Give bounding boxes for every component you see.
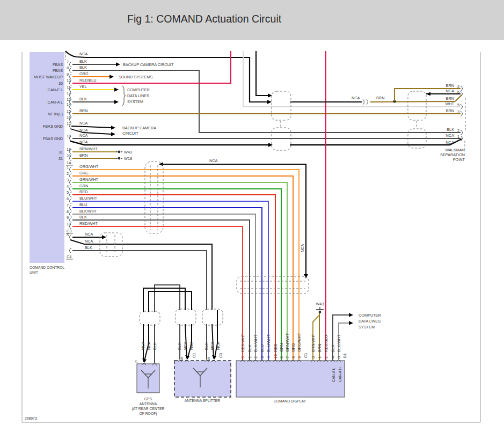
mid-nca-vertical-label: NCA (300, 244, 305, 252)
svg-text:1: 1 (67, 165, 69, 170)
svg-text:COMAND DISPLAY: COMAND DISPLAY (274, 399, 306, 403)
svg-text:ANTENNA SPLITTER: ANTENNA SPLITTER (185, 399, 221, 402)
svg-text:1: 1 (247, 356, 252, 358)
svg-text:FBAS GND: FBAS GND (43, 136, 63, 141)
svg-text:RED/WHT: RED/WHT (240, 333, 245, 352)
svg-text:5: 5 (457, 102, 459, 107)
svg-text:NCA: NCA (85, 232, 93, 237)
ground-w43-icon: W43 (116, 150, 132, 155)
svg-text:12: 12 (67, 91, 71, 96)
svg-text:BRN: BRN (79, 153, 87, 158)
svg-text:NCA: NCA (446, 140, 455, 145)
svg-text:4: 4 (331, 356, 335, 358)
svg-text:20: 20 (67, 153, 71, 158)
svg-text:W43: W43 (316, 302, 324, 306)
splice-line: NCA BRN (290, 89, 462, 105)
svg-text:8: 8 (337, 356, 341, 358)
connector-c4: C4 (67, 254, 71, 259)
svg-text:6: 6 (279, 356, 284, 358)
svg-text:BLK/WHT: BLK/WHT (337, 334, 341, 352)
svg-text:6: 6 (457, 90, 459, 94)
svg-text:W43: W43 (124, 150, 132, 155)
svg-text:GRN/WHT: GRN/WHT (285, 333, 290, 352)
svg-text:31: 31 (59, 156, 63, 161)
svg-text:3: 3 (311, 356, 316, 358)
svg-text:BLK: BLK (79, 215, 87, 219)
svg-text:SYSTEM: SYSTEM (359, 325, 375, 329)
svg-text:10: 10 (67, 222, 71, 226)
svg-text:ORG/WHT: ORG/WHT (79, 164, 99, 169)
svg-text:8: 8 (67, 65, 69, 70)
svg-text:19: 19 (67, 147, 71, 152)
svg-text:6: 6 (67, 196, 69, 201)
svg-text:C3: C3 (218, 353, 223, 358)
svg-text:BRN: BRN (79, 108, 87, 113)
svg-text:BRN: BRN (317, 344, 322, 352)
svg-text:1: 1 (317, 356, 322, 358)
svg-text:4: 4 (266, 356, 271, 358)
svg-text:NCA: NCA (141, 341, 145, 350)
svg-text:NCA: NCA (79, 133, 88, 138)
svg-text:SEPARATION: SEPARATION (440, 152, 465, 157)
connector-b1: B1 (342, 353, 347, 358)
svg-text:RED: RED (79, 189, 87, 194)
sound-systems-target: SOUND SYSTEMS (119, 75, 152, 79)
svg-text:BLK: BLK (177, 342, 182, 350)
diagram-ref-number: 298973 (25, 416, 37, 420)
svg-text:RED: RED (273, 344, 278, 352)
backup-camera-target: BACKUP CAMERA CIRCUIT (123, 62, 174, 67)
svg-text:BLK: BLK (85, 245, 92, 250)
svg-text:ORG: ORG (291, 343, 296, 352)
svg-text:BLK: BLK (447, 127, 454, 132)
svg-text:14: 14 (67, 102, 71, 107)
unit-top-wires (70, 51, 462, 158)
svg-text:RED/BLU: RED/BLU (324, 335, 328, 352)
svg-text:ORG/WHT: ORG/WHT (297, 333, 302, 352)
svg-text:BLK: BLK (152, 342, 157, 350)
svg-text:ORG: ORG (79, 171, 89, 175)
splice-nca-label: NCA (352, 96, 360, 100)
svg-text:NCA: NCA (147, 341, 151, 350)
svg-text:CAN-A H: CAN-A H (338, 367, 342, 382)
page: { "header": { "title": "Fig 1: COMAND Ac… (0, 0, 504, 440)
svg-text:POINT: POINT (453, 157, 465, 162)
svg-text:BRN/WHT: BRN/WHT (311, 333, 316, 352)
svg-text:NCA: NCA (189, 341, 194, 350)
svg-text:NCA: NCA (446, 89, 455, 93)
backup-camera-target-2: BACKUP CAMERA (122, 126, 156, 130)
mid-nca-label: NCA (209, 158, 218, 163)
svg-text:CIRCUIT: CIRCUIT (122, 131, 138, 136)
svg-text:4: 4 (457, 84, 459, 89)
svg-text:UNIT: UNIT (30, 270, 38, 274)
svg-text:COMPUTER: COMPUTER (127, 87, 150, 92)
svg-text:C1: C1 (192, 353, 196, 358)
svg-text:COMPUTER: COMPUTER (359, 313, 381, 318)
display-c1-labels: RED/WHT BLK BLK/WHT BLU BLU/WHT RED GRN … (240, 333, 309, 358)
svg-text:GRN: GRN (79, 184, 88, 188)
svg-text:MOST WAKEUP: MOST WAKEUP (34, 75, 63, 79)
antenna-splitter-block: ANTENNA SPLITTER (174, 360, 231, 402)
svg-text:NCA: NCA (210, 341, 215, 350)
svg-text:GRN/WHT: GRN/WHT (79, 177, 98, 182)
svg-text:BLU/WHT: BLU/WHT (266, 334, 271, 352)
top-nca-label: NCA (79, 52, 88, 56)
svg-text:YEL: YEL (79, 84, 87, 89)
svg-text:2: 2 (253, 356, 258, 358)
svg-text:7: 7 (285, 356, 290, 358)
svg-text:BRN/WHT: BRN/WHT (79, 146, 98, 151)
svg-text:ORG: ORG (79, 71, 89, 76)
svg-text:CAN-A L: CAN-A L (332, 368, 335, 382)
svg-text:17: 17 (67, 121, 71, 126)
wiring-diagram: COMAND CONTROL UNIT NCA 7BLKFBAS 8BLKFBA… (0, 0, 504, 440)
svg-text:BLK: BLK (331, 344, 335, 352)
svg-text:2: 2 (67, 171, 69, 176)
svg-text:RED/BLU: RED/BLU (79, 78, 97, 83)
svg-text:BLK/WHT: BLK/WHT (79, 209, 97, 214)
svg-text:FBAS GND: FBAS GND (43, 124, 63, 129)
svg-text:CAN-F L: CAN-F L (48, 87, 63, 92)
svg-text:NCA: NCA (85, 239, 93, 244)
svg-text:3: 3 (67, 178, 69, 182)
svg-text:DATA LINES: DATA LINES (127, 93, 149, 98)
svg-text:(AT REAR CENTER: (AT REAR CENTER (132, 407, 165, 411)
svg-text:BLU/WHT: BLU/WHT (79, 196, 97, 201)
